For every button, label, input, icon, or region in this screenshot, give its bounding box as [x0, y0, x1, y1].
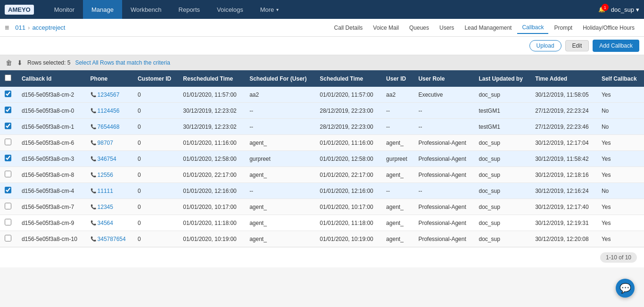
cell-phone[interactable]: 📞 1234567 — [86, 87, 133, 103]
tab-users[interactable]: Users — [435, 22, 459, 33]
cell-customer-id: 0 — [133, 103, 178, 119]
cell-rescheduled-time: 30/12/2019, 12:23:02 — [178, 119, 245, 135]
row-checkbox[interactable] — [5, 107, 11, 113]
row-checkbox-cell[interactable] — [0, 231, 17, 247]
row-checkbox-cell[interactable] — [0, 167, 17, 183]
notification-bell[interactable]: 🔔 1 — [598, 6, 605, 13]
row-checkbox[interactable] — [5, 139, 11, 145]
col-user-role: User Role — [413, 70, 474, 87]
phone-number[interactable]: 98707 — [98, 140, 113, 146]
table-row: d156-5e05f3a8-cm-0 📞 1124456 0 30/12/201… — [0, 103, 644, 119]
phone-number[interactable]: 12345 — [98, 204, 113, 210]
cell-time-added: 30/12/2019, 12:16:24 — [530, 183, 597, 199]
phone-number[interactable]: 1124456 — [98, 108, 120, 114]
tab-lead-management[interactable]: Lead Management — [460, 22, 516, 33]
phone-number[interactable]: 11111 — [98, 188, 113, 194]
hamburger-icon[interactable]: ≡ — [5, 24, 9, 32]
nav-reports[interactable]: Reports — [170, 0, 209, 19]
delete-icon[interactable]: 🗑 — [6, 59, 12, 66]
row-checkbox[interactable] — [5, 91, 11, 97]
tab-voice-mail[interactable]: Voice Mail — [368, 22, 404, 33]
cell-time-added: 30/12/2019, 12:17:04 — [530, 135, 597, 151]
cell-phone[interactable]: 📞 7654468 — [86, 119, 133, 135]
tab-callback[interactable]: Callback — [517, 22, 548, 34]
tab-holiday-office-hours[interactable]: Holiday/Office Hours — [578, 22, 639, 33]
cell-phone[interactable]: 📞 346754 — [86, 151, 133, 167]
row-checkbox-cell[interactable] — [0, 215, 17, 231]
cell-scheduled-for: -- — [245, 103, 315, 119]
cell-scheduled-for: gurpreet — [245, 151, 315, 167]
cell-phone[interactable]: 📞 98707 — [86, 135, 133, 151]
col-rescheduled-time: Rescheduled Time — [178, 70, 245, 87]
row-checkbox[interactable] — [5, 171, 11, 177]
cell-phone[interactable]: 📞 34564 — [86, 215, 133, 231]
select-all-checkbox[interactable] — [5, 75, 11, 81]
row-checkbox[interactable] — [5, 155, 11, 161]
row-checkbox[interactable] — [5, 203, 11, 209]
cell-phone[interactable]: 📞 11111 — [86, 183, 133, 199]
edit-button[interactable]: Edit — [565, 40, 589, 51]
phone-number[interactable]: 7654468 — [98, 124, 120, 130]
more-chevron-icon: ▾ — [276, 7, 279, 12]
cell-time-added: 30/12/2019, 12:17:40 — [530, 199, 597, 215]
phone-number[interactable]: 345787654 — [98, 236, 126, 242]
nav-more[interactable]: More ▾ — [252, 0, 288, 19]
select-all-header[interactable] — [0, 70, 17, 87]
phone-number[interactable]: 12556 — [98, 172, 113, 178]
cell-scheduled-for: agent_ — [245, 135, 315, 151]
cell-rescheduled-time: 01/01/2020, 11:57:00 — [178, 87, 245, 103]
phone-icon: 📞 — [91, 108, 96, 113]
cell-self-callback: No — [597, 119, 644, 135]
tab-call-details[interactable]: Call Details — [330, 22, 368, 33]
cell-scheduled-time: 01/01/2020, 10:19:00 — [315, 231, 381, 247]
phone-number[interactable]: 34564 — [98, 220, 113, 226]
cell-phone[interactable]: 📞 12556 — [86, 167, 133, 183]
nav-monitor[interactable]: Monitor — [46, 0, 83, 19]
nav-voicelogs[interactable]: Voicelogs — [208, 0, 252, 19]
cell-phone[interactable]: 📞 345787654 — [86, 231, 133, 247]
add-callback-button[interactable]: Add Callback — [593, 40, 639, 52]
row-checkbox-cell[interactable] — [0, 199, 17, 215]
row-checkbox-cell[interactable] — [0, 119, 17, 135]
cell-last-updated-by: doc_sup — [474, 167, 531, 183]
cell-phone[interactable]: 📞 12345 — [86, 199, 133, 215]
cell-phone[interactable]: 📞 1124456 — [86, 103, 133, 119]
sub-navigation: ≡ 011 › acceptreject Call Details Voice … — [0, 19, 644, 37]
row-checkbox-cell[interactable] — [0, 183, 17, 199]
user-menu[interactable]: doc_sup ▾ — [611, 6, 639, 13]
table-body: d156-5e05f3a8-cm-2 📞 1234567 0 01/01/202… — [0, 87, 644, 247]
logo: AMEYO — [5, 5, 34, 15]
campaign-id[interactable]: 011 — [15, 24, 25, 31]
row-checkbox-cell[interactable] — [0, 103, 17, 119]
row-checkbox-cell[interactable] — [0, 151, 17, 167]
col-user-id: User ID — [381, 70, 413, 87]
tab-prompt[interactable]: Prompt — [549, 22, 577, 33]
row-checkbox[interactable] — [5, 123, 11, 129]
download-icon[interactable]: ⬇ — [17, 59, 23, 66]
row-checkbox[interactable] — [5, 235, 11, 241]
nav-manage[interactable]: Manage — [83, 0, 122, 19]
logo-area: AMEYO — [5, 5, 36, 15]
cell-user-id: agent_ — [381, 231, 413, 247]
phone-number[interactable]: 346754 — [98, 156, 116, 162]
table-row: d156-5e05f3a8-cm-1 📞 7654468 0 30/12/201… — [0, 119, 644, 135]
cell-customer-id: 0 — [133, 135, 178, 151]
cell-time-added: 27/12/2019, 22:23:46 — [530, 119, 597, 135]
cell-customer-id: 0 — [133, 119, 178, 135]
cell-last-updated-by: doc_sup — [474, 231, 531, 247]
user-chevron-icon: ▾ — [636, 6, 639, 13]
nav-workbench[interactable]: Workbench — [122, 0, 170, 19]
breadcrumb-page[interactable]: acceptreject — [32, 24, 65, 31]
cell-last-updated-by: doc_sup — [474, 135, 531, 151]
phone-number[interactable]: 1234567 — [98, 91, 120, 98]
tab-queues[interactable]: Queues — [405, 22, 434, 33]
select-all-link[interactable]: Select All Rows that match the criteria — [75, 59, 170, 66]
row-checkbox-cell[interactable] — [0, 87, 17, 103]
cell-self-callback: No — [597, 103, 644, 119]
cell-callback-id: d156-5e05f3a8-cm-6 — [17, 135, 86, 151]
row-checkbox[interactable] — [5, 219, 11, 225]
cell-rescheduled-time: 01/01/2020, 22:17:00 — [178, 167, 245, 183]
upload-button[interactable]: Upload — [529, 40, 561, 51]
row-checkbox-cell[interactable] — [0, 135, 17, 151]
row-checkbox[interactable] — [5, 187, 11, 193]
